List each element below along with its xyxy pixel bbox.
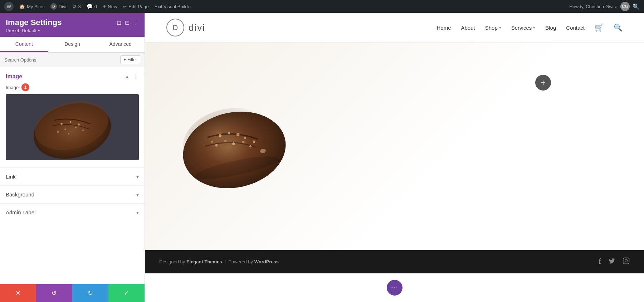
svg-point-4 (78, 123, 80, 126)
nav-shop[interactable]: Shop ▾ (485, 25, 501, 31)
sidebar-content: Image ▲ ⋮ Image 1 (0, 67, 145, 284)
admin-label-section-label: Admin Label (6, 209, 35, 215)
svg-point-3 (70, 121, 72, 123)
elegant-themes-link[interactable]: Elegant Themes (186, 259, 222, 264)
link-section-label: Link (6, 174, 16, 180)
section-menu-icon[interactable]: ⋮ (133, 73, 139, 80)
svg-point-22 (211, 141, 213, 143)
site-logo: D divi (166, 19, 205, 36)
svg-point-23 (253, 141, 255, 143)
background-chevron-icon: ▾ (136, 192, 139, 198)
nav-about[interactable]: About (461, 25, 475, 31)
link-section-header[interactable]: Link ▾ (0, 168, 145, 185)
bottom-actions: ✕ ↺ ↻ ✓ (0, 284, 145, 302)
bread-main-image (174, 91, 295, 202)
section-controls: ▲ ⋮ (125, 73, 139, 80)
admin-my-sites[interactable]: 🏠 My Sites (19, 4, 45, 9)
svg-point-19 (242, 141, 245, 143)
cart-icon[interactable]: 🛒 (595, 23, 604, 32)
svg-point-27 (628, 259, 628, 260)
add-content-button[interactable]: + (535, 75, 551, 91)
admin-label-section: Admin Label ▾ (0, 203, 145, 221)
admin-comments[interactable]: 💬 0 (87, 4, 97, 9)
section-collapse-icon[interactable]: ▲ (125, 74, 130, 79)
shop-dropdown-icon: ▾ (499, 25, 501, 30)
svg-point-15 (236, 133, 240, 136)
wp-admin-bar: W 🏠 My Sites D Divi ↺ 3 💬 0 + New ✏ Edit… (0, 0, 644, 13)
admin-revisions[interactable]: ↺ 3 (72, 4, 81, 9)
main-layout: Image Settings Preset: Default ▾ ⊡ ⊟ ⋮ C… (0, 13, 644, 302)
services-dropdown-icon: ▾ (533, 25, 535, 30)
image-field: Image 1 (0, 83, 145, 167)
svg-point-13 (219, 134, 221, 137)
preset-chevron-icon: ▾ (38, 28, 40, 33)
svg-point-21 (215, 144, 218, 147)
logo-text: divi (189, 22, 205, 33)
svg-point-20 (249, 145, 252, 147)
twitter-icon[interactable] (608, 257, 615, 266)
image-badge: 1 (21, 83, 29, 91)
link-section: Link ▾ (0, 167, 145, 185)
svg-point-9 (68, 133, 69, 135)
admin-label-section-header[interactable]: Admin Label ▾ (0, 204, 145, 221)
more-options-icon[interactable]: ⋮ (133, 19, 139, 26)
tab-advanced[interactable]: Advanced (96, 37, 145, 52)
admin-search-icon[interactable]: 🔍 (633, 3, 640, 10)
svg-point-7 (82, 130, 84, 131)
admin-avatar[interactable]: CG (620, 2, 630, 11)
sidebar-preset[interactable]: Preset: Default ▾ (6, 28, 62, 33)
nav-blog[interactable]: Blog (545, 25, 556, 31)
admin-label-chevron-icon: ▾ (136, 210, 139, 215)
admin-exit-visual-builder[interactable]: Exit Visual Builder (155, 4, 192, 9)
image-field-label: Image 1 (6, 83, 139, 91)
svg-point-16 (244, 137, 246, 139)
wp-logo-icon[interactable]: W (4, 2, 14, 11)
wordpress-link[interactable]: WordPress (254, 259, 279, 264)
image-section: Image ▲ ⋮ Image 1 (0, 67, 145, 167)
facebook-icon[interactable]: f (599, 257, 601, 266)
redo-button[interactable]: ↻ (72, 284, 108, 302)
link-chevron-icon: ▾ (136, 174, 139, 180)
filter-button[interactable]: + Filter (120, 55, 140, 64)
save-button[interactable]: ✓ (108, 284, 145, 302)
search-icon[interactable]: 🔍 (614, 23, 623, 32)
logo-circle: D (166, 19, 184, 36)
svg-point-5 (64, 128, 66, 130)
admin-divi[interactable]: D Divi (50, 3, 67, 10)
sidebar-header-icons: ⊡ ⊟ ⋮ (117, 19, 139, 26)
content-area: D divi Home About Shop ▾ Services ▾ (145, 13, 644, 302)
tab-content[interactable]: Content (0, 37, 48, 52)
instagram-icon[interactable] (623, 257, 630, 266)
nav-services[interactable]: Services ▾ (511, 25, 536, 31)
resize-icon[interactable]: ⊡ (117, 19, 121, 26)
admin-edit-page[interactable]: ✏ Edit Page (123, 4, 148, 9)
svg-point-17 (224, 140, 226, 142)
more-options-button[interactable]: ●●● (387, 280, 402, 296)
sidebar-search-bar: + Filter (0, 53, 145, 67)
site-header: D divi Home About Shop ▾ Services ▾ (145, 13, 644, 43)
svg-point-18 (232, 142, 235, 145)
admin-new[interactable]: + New (103, 3, 117, 10)
svg-point-8 (57, 131, 59, 133)
background-section-label: Background (6, 191, 34, 198)
undo-button[interactable]: ↺ (36, 284, 72, 302)
cancel-button[interactable]: ✕ (0, 284, 36, 302)
search-input[interactable] (4, 57, 117, 63)
svg-point-14 (228, 132, 230, 135)
sidebar-header: Image Settings Preset: Default ▾ ⊡ ⊟ ⋮ (0, 13, 145, 37)
tab-design[interactable]: Design (48, 37, 97, 52)
hero-section: + (145, 43, 644, 250)
filter-icon: + (123, 57, 126, 62)
image-section-header: Image ▲ ⋮ (0, 67, 145, 83)
site-nav: Home About Shop ▾ Services ▾ Blog Contac (436, 23, 623, 32)
svg-point-26 (625, 260, 628, 262)
svg-point-6 (75, 126, 77, 128)
footer-social-icons: f (599, 257, 630, 266)
admin-user-info: Howdy, Christina Gwira CG 🔍 (569, 2, 640, 11)
background-section-header[interactable]: Background ▾ (0, 186, 145, 203)
nav-contact[interactable]: Contact (566, 25, 585, 31)
image-preview-box[interactable] (6, 94, 139, 160)
nav-home[interactable]: Home (436, 25, 451, 31)
image-section-title: Image (6, 73, 22, 80)
columns-icon[interactable]: ⊟ (125, 19, 130, 26)
